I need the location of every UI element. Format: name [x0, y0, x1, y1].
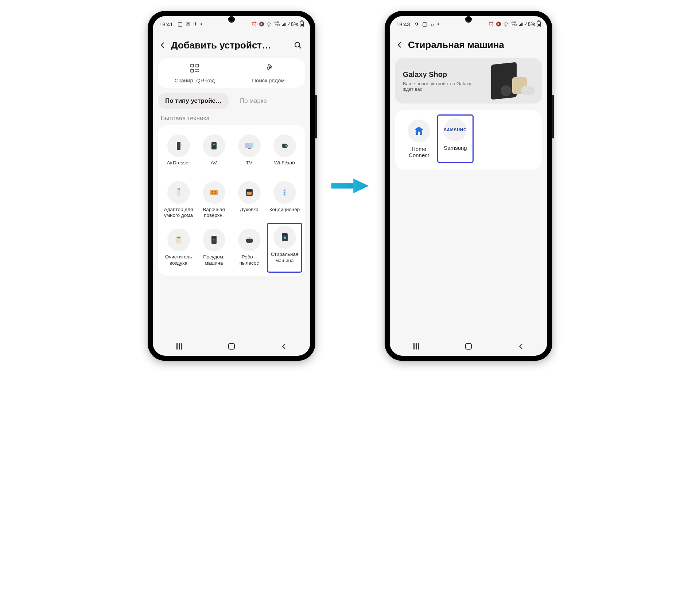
promo-text: Galaxy Shop Ваше новое устройство Galaxy…	[403, 70, 477, 92]
svg-point-41	[249, 238, 250, 239]
robot-vacuum-icon	[238, 229, 261, 251]
device-wifi-hub[interactable]: Wi-Fi/хаб	[267, 131, 302, 178]
svg-rect-4	[191, 69, 194, 72]
av-icon	[203, 135, 225, 157]
device-robot-vacuum[interactable]: Робот-пылесос	[232, 225, 267, 272]
scan-nearby-button[interactable]: Поиск рядом	[232, 58, 305, 88]
chat-icon: ✉	[185, 22, 191, 27]
svg-rect-28	[247, 192, 252, 195]
devices-card: AirDresser AV TV	[158, 125, 305, 276]
search-button[interactable]	[291, 39, 304, 52]
recent-icon	[176, 343, 182, 350]
promo-image	[481, 66, 536, 96]
device-cooktop[interactable]: Варочная поверхн.	[196, 178, 232, 225]
android-nav-bar	[153, 337, 310, 356]
svg-point-18	[285, 145, 287, 147]
wifi-icon	[503, 22, 509, 27]
svg-rect-7	[195, 71, 197, 72]
scan-qr-button[interactable]: Сканир. QR-код	[158, 58, 232, 88]
status-time: 18:41	[159, 21, 173, 27]
mute-icon: 🔇	[259, 22, 264, 27]
svg-point-9	[267, 67, 270, 70]
tab-by-brand[interactable]: По марке	[233, 93, 274, 109]
adapter-icon	[167, 181, 190, 204]
telegram-icon: ✈	[415, 22, 420, 27]
svg-rect-6	[198, 69, 199, 70]
brand-home-connect[interactable]: Home Connect	[401, 117, 437, 163]
back-button[interactable]	[156, 39, 169, 51]
oven-icon	[238, 181, 261, 204]
svg-rect-35	[177, 237, 180, 238]
svg-rect-29	[247, 190, 252, 191]
nav-recent-button[interactable]	[409, 339, 423, 354]
section-appliances-label: Бытовая техника	[153, 113, 310, 125]
status-right: ⏰ 🔇 VoBLTE1 48%	[252, 21, 304, 27]
dishwasher-icon	[203, 229, 225, 251]
brand-home-connect-label: Home Connect	[401, 146, 436, 159]
device-av[interactable]: AV	[196, 131, 232, 178]
signal-icon	[519, 22, 523, 26]
tab-by-type[interactable]: По типу устройс…	[158, 93, 229, 109]
svg-point-48	[506, 26, 506, 26]
samsung-icon: SAMSUNG	[444, 118, 467, 141]
back-button[interactable]	[393, 39, 406, 51]
content-scroll[interactable]: Сканир. QR-код Поиск рядом По типу устро…	[153, 57, 310, 337]
content-scroll[interactable]: Galaxy Shop Ваше новое устройство Galaxy…	[390, 56, 547, 337]
svg-rect-2	[191, 64, 194, 67]
radar-icon	[264, 63, 273, 75]
alarm-icon: ⏰	[489, 22, 494, 27]
battery-icon	[537, 21, 541, 27]
scan-nearby-label: Поиск рядом	[252, 77, 284, 83]
camera-cutout	[228, 16, 235, 23]
nav-back-button[interactable]	[277, 339, 291, 354]
svg-rect-37	[212, 237, 216, 238]
svg-rect-5	[195, 69, 197, 70]
wifi-icon	[266, 22, 272, 27]
screen-right: 18:43 ✈ ▢ ⌕ • ⏰ 🔇 VoBLTE1 48%	[390, 16, 547, 356]
svg-rect-3	[196, 64, 199, 67]
brands-card: Home Connect SAMSUNG Samsung	[395, 110, 542, 170]
battery-icon	[300, 21, 304, 27]
status-left: 18:41 ▢ ✉ ✈ •	[159, 21, 202, 27]
nav-home-button[interactable]	[224, 339, 239, 354]
battery-percent: 48%	[525, 21, 535, 27]
nav-recent-button[interactable]	[172, 339, 186, 354]
status-right: ⏰ 🔇 VoBLTE1 48%	[489, 21, 541, 27]
brand-samsung[interactable]: SAMSUNG Samsung	[437, 114, 474, 163]
promo-subtitle: Ваше новое устройство Galaxy ждет вас	[403, 81, 477, 92]
svg-rect-20	[178, 188, 179, 190]
status-left: 18:43 ✈ ▢ ⌕ •	[396, 21, 439, 27]
android-nav-bar	[390, 337, 547, 356]
svg-point-33	[284, 194, 285, 195]
qr-icon	[190, 63, 199, 75]
alarm-icon: ⏰	[252, 22, 257, 27]
svg-rect-8	[198, 71, 199, 72]
device-air-purifier[interactable]: Очиститель воздуха	[161, 225, 196, 272]
device-airdresser[interactable]: AirDresser	[161, 131, 196, 178]
svg-point-26	[215, 193, 216, 194]
device-dishwasher[interactable]: Посудом. машина	[196, 225, 232, 272]
svg-point-25	[212, 193, 213, 194]
device-smarthome-adapter[interactable]: Адаптер для умного дома	[161, 178, 196, 225]
page-title: Добавить устройст…	[171, 40, 289, 51]
ac-icon	[273, 181, 296, 204]
svg-rect-46	[331, 183, 355, 189]
promo-banner[interactable]: Galaxy Shop Ваше новое устройство Galaxy…	[395, 58, 542, 104]
device-oven[interactable]: Духовка	[232, 178, 267, 225]
page-header: Добавить устройст…	[153, 32, 310, 57]
svg-point-32	[284, 192, 285, 193]
device-ac[interactable]: Кондиционер	[267, 178, 302, 225]
svg-rect-15	[245, 143, 253, 148]
brand-samsung-label: Samsung	[444, 145, 467, 151]
phone-right: 18:43 ✈ ▢ ⌕ • ⏰ 🔇 VoBLTE1 48%	[385, 11, 552, 361]
gallery-icon: ▢	[178, 22, 183, 27]
nav-back-button[interactable]	[514, 339, 528, 354]
svg-rect-50	[418, 132, 420, 135]
svg-rect-45	[283, 234, 287, 235]
screen-left: 18:41 ▢ ✉ ✈ • ⏰ 🔇 VoBLTE1 48%	[153, 16, 310, 356]
svg-point-24	[215, 191, 216, 192]
device-tv[interactable]: TV	[232, 131, 267, 178]
device-washer[interactable]: Стиральная машина	[267, 223, 302, 272]
nav-home-button[interactable]	[461, 339, 476, 354]
battery-percent: 48%	[288, 21, 298, 27]
